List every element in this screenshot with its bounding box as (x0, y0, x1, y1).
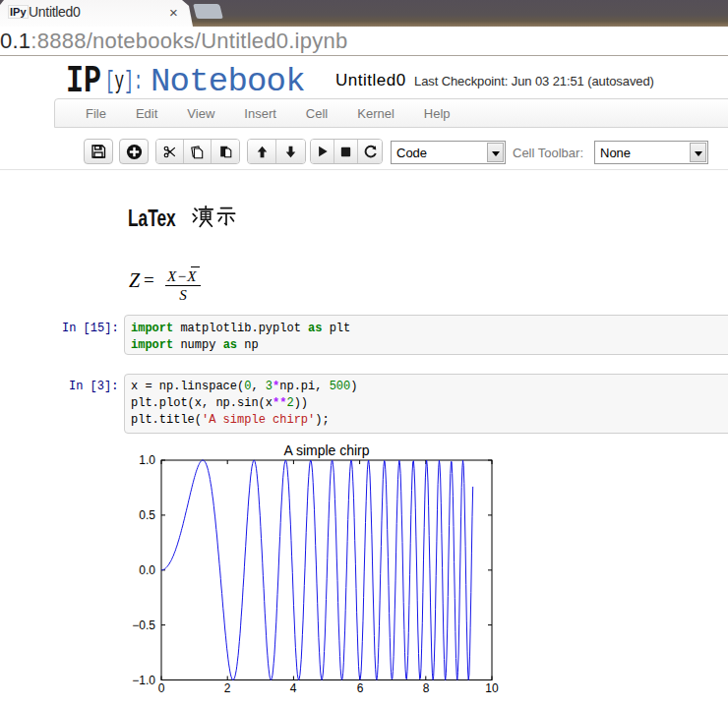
svg-text:A simple chirp: A simple chirp (283, 442, 369, 458)
svg-text:−1.0: −1.0 (132, 674, 155, 687)
svg-text:6: 6 (357, 681, 364, 695)
svg-text:1.0: 1.0 (139, 453, 155, 467)
svg-text:8: 8 (423, 681, 430, 695)
svg-text:0: 0 (158, 681, 165, 695)
svg-text:0.0: 0.0 (139, 563, 155, 577)
svg-text:0.5: 0.5 (139, 508, 155, 522)
svg-text:10: 10 (485, 681, 499, 695)
svg-text:2: 2 (224, 681, 231, 695)
svg-text:−0.5: −0.5 (132, 619, 155, 632)
svg-text:4: 4 (290, 681, 297, 695)
